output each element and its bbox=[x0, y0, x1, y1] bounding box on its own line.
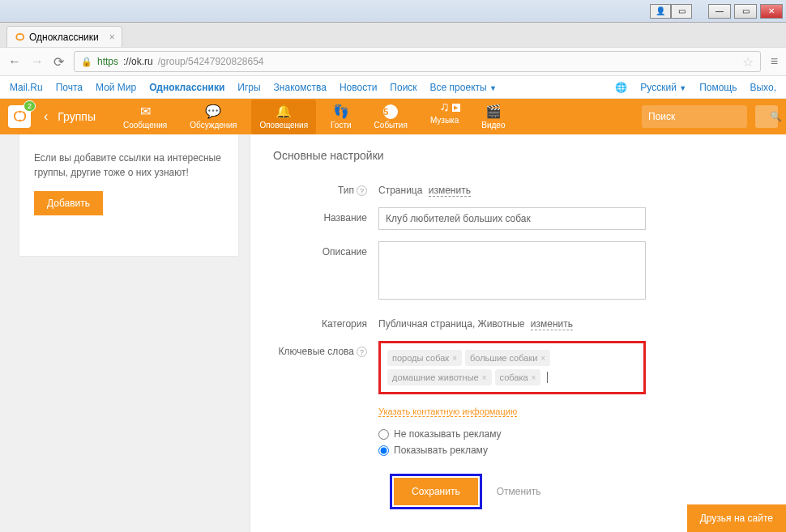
mailru-link[interactable]: Mail.Ru bbox=[10, 82, 43, 93]
url-path: /group/54247920828654 bbox=[158, 56, 264, 67]
ok-favicon-icon: Ѻ bbox=[15, 32, 24, 43]
description-textarea[interactable] bbox=[378, 241, 646, 300]
user-icon[interactable]: 👤 bbox=[650, 4, 671, 19]
mailru-link[interactable]: Новости bbox=[340, 82, 377, 93]
sidebar-suggest-card: Если вы добавите ссылки на интересные гр… bbox=[19, 134, 238, 256]
mailru-link[interactable]: Мой Мир bbox=[96, 82, 136, 93]
doc-icon[interactable]: ▭ bbox=[671, 4, 692, 19]
nav-reload-icon[interactable]: ⟳ bbox=[53, 54, 64, 70]
envelope-icon: ✉ bbox=[140, 104, 151, 119]
address-bar: ← → ⟳ 🔒 https://ok.ru/group/542479208286… bbox=[0, 47, 786, 76]
radio-no-ads[interactable]: Не показывать рекламу bbox=[378, 428, 646, 440]
save-highlight: Сохранить bbox=[390, 474, 482, 509]
url-protocol: https bbox=[97, 56, 118, 67]
mailru-link[interactable]: Поиск bbox=[390, 82, 416, 93]
video-icon: 🎬 bbox=[485, 104, 502, 119]
tag-remove-icon[interactable]: × bbox=[540, 354, 545, 363]
url-host: ://ok.ru bbox=[123, 56, 153, 67]
add-button[interactable]: Добавить bbox=[34, 191, 103, 215]
name-input[interactable] bbox=[378, 207, 646, 230]
mailru-top-bar: Mail.Ru Почта Мой Мир Одноклассники Игры… bbox=[0, 76, 786, 99]
minimize-button[interactable]: — bbox=[708, 4, 731, 19]
change-category-link[interactable]: изменить bbox=[531, 318, 573, 330]
browser-window: 👤 ▭ — ▭ ✕ Ѻ Одноклассники × ← → ⟳ 🔒 http… bbox=[0, 0, 786, 532]
name-label: Название bbox=[273, 207, 378, 223]
desc-label: Описание bbox=[273, 241, 378, 257]
events-icon: 5 bbox=[383, 104, 398, 119]
menu-icon[interactable]: ≡ bbox=[771, 54, 778, 69]
tag-remove-icon[interactable]: × bbox=[482, 373, 487, 382]
tab-bar: Ѻ Одноклассники × bbox=[0, 23, 786, 47]
cancel-button[interactable]: Отменить bbox=[497, 486, 541, 497]
bell-icon: 🔔 bbox=[276, 104, 292, 119]
groups-label[interactable]: Группы bbox=[58, 110, 96, 123]
radio-show-ads[interactable]: Показывать рекламу bbox=[378, 445, 646, 456]
nav-back-icon[interactable]: ← bbox=[8, 54, 21, 69]
search-input[interactable] bbox=[648, 111, 770, 122]
search-icon[interactable]: 🔍 bbox=[770, 111, 782, 122]
nav-video[interactable]: 🎬Видео bbox=[473, 100, 513, 134]
nav-messages[interactable]: ✉Сообщения bbox=[115, 100, 175, 134]
type-label: Тип? bbox=[273, 180, 378, 196]
nav-events[interactable]: 5События bbox=[366, 100, 416, 134]
tags-input[interactable]: породы собак× большие собаки× домашние ж… bbox=[378, 341, 646, 394]
tag: большие собаки× bbox=[465, 350, 550, 366]
mailru-link[interactable]: Знакомства bbox=[274, 82, 327, 93]
nav-music[interactable]: ♫Музыка▶ bbox=[422, 100, 467, 134]
text-cursor bbox=[547, 372, 548, 383]
maximize-button[interactable]: ▭ bbox=[734, 4, 757, 19]
close-window-button[interactable]: ✕ bbox=[760, 4, 783, 19]
chevron-down-icon: ▼ bbox=[489, 84, 497, 92]
tag-remove-icon[interactable]: × bbox=[452, 354, 457, 363]
tag-remove-icon[interactable]: × bbox=[532, 373, 536, 382]
settings-panel: Основные настройки Тип? Страница изменит… bbox=[250, 134, 786, 532]
url-input[interactable]: 🔒 https://ok.ru/group/54247920828654 ☆ bbox=[74, 51, 761, 72]
music-icon: ♫ bbox=[440, 100, 450, 114]
nav-discussions[interactable]: 💬Обсуждения bbox=[182, 100, 245, 134]
category-label: Категория bbox=[273, 313, 378, 330]
friends-online-tab[interactable]: Друзья на сайте bbox=[687, 504, 786, 532]
globe-icon: 🌐 bbox=[615, 82, 627, 93]
chevron-down-icon: ▼ bbox=[679, 84, 686, 92]
sidebar-text: Если вы добавите ссылки на интересные гр… bbox=[34, 151, 224, 180]
lang-selector[interactable]: Русский ▼ bbox=[640, 82, 686, 93]
tag: домашние животные× bbox=[387, 369, 492, 385]
mailru-link[interactable]: Почта bbox=[56, 82, 83, 93]
main-nav: Ѻ 2 ‹ Группы ✉Сообщения 💬Обсуждения 🔔Опо… bbox=[0, 99, 786, 134]
footprints-icon: 👣 bbox=[333, 104, 349, 119]
chat-icon: 💬 bbox=[205, 104, 221, 119]
tab-title: Одноклассники bbox=[29, 32, 99, 43]
contact-info-link[interactable]: Указать контактную информацию bbox=[378, 406, 517, 417]
help-icon[interactable]: ? bbox=[357, 185, 367, 196]
panel-title: Основные настройки bbox=[273, 149, 763, 162]
mailru-link[interactable]: Игры bbox=[237, 82, 260, 93]
type-value: Страница изменить bbox=[378, 180, 646, 196]
tab-close-icon[interactable]: × bbox=[109, 32, 115, 43]
browser-tab[interactable]: Ѻ Одноклассники × bbox=[6, 26, 122, 47]
lock-icon: 🔒 bbox=[81, 57, 92, 67]
nav-guests[interactable]: 👣Гости bbox=[323, 100, 359, 134]
nav-notifications[interactable]: 🔔Оповещения bbox=[251, 100, 316, 134]
search-box[interactable]: 🔍 bbox=[642, 105, 747, 128]
help-link[interactable]: Помощь bbox=[699, 82, 737, 93]
help-icon[interactable]: ? bbox=[357, 347, 367, 357]
category-value: Публичная страница, Животные изменить bbox=[378, 313, 646, 330]
change-type-link[interactable]: изменить bbox=[429, 185, 471, 197]
ok-logo-icon[interactable]: Ѻ 2 bbox=[8, 105, 31, 128]
mailru-link-active[interactable]: Одноклассники bbox=[149, 82, 224, 93]
tag: собака× bbox=[495, 369, 541, 385]
logout-link[interactable]: Выхо, bbox=[750, 82, 776, 93]
save-button[interactable]: Сохранить bbox=[394, 478, 478, 505]
notification-badge: 2 bbox=[23, 100, 36, 112]
nav-forward-icon[interactable]: → bbox=[31, 54, 44, 69]
back-chevron-icon[interactable]: ‹ bbox=[44, 109, 48, 124]
tag: породы собак× bbox=[387, 350, 462, 366]
keywords-label: Ключевые слова? bbox=[273, 341, 378, 357]
bookmark-star-icon[interactable]: ☆ bbox=[742, 54, 754, 70]
mailru-link[interactable]: Все проекты ▼ bbox=[430, 82, 497, 93]
content-area: Если вы добавите ссылки на интересные гр… bbox=[0, 134, 786, 532]
window-titlebar: 👤 ▭ — ▭ ✕ bbox=[0, 0, 786, 23]
